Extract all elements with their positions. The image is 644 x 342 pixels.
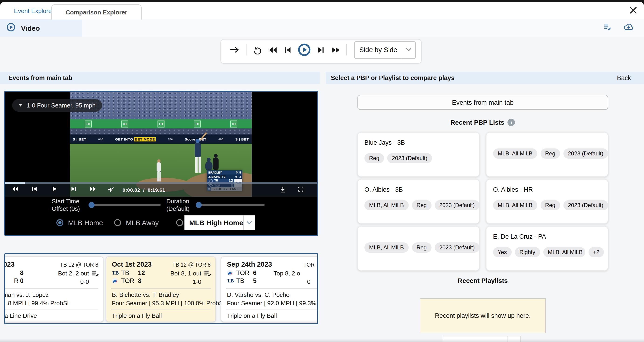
cloud-download-icon[interactable] — [624, 23, 634, 33]
video-progress-bar[interactable] — [5, 182, 317, 184]
previous-frame-icon[interactable] — [284, 46, 291, 53]
pbp-tag: Reg — [412, 242, 431, 253]
pbp-card[interactable]: Blue Jays - 3BReg2023 (Default) — [358, 132, 480, 177]
pbp-tag: +2 — [588, 247, 604, 257]
rewind-icon[interactable] — [268, 46, 278, 53]
pbp-card-title: E. De La Cruz - PA — [493, 233, 546, 240]
feed-radio-label: MLB Home — [68, 219, 103, 227]
feed-radio-custom[interactable] — [176, 219, 183, 226]
jump-forward-icon[interactable] — [230, 46, 240, 53]
pbp-card[interactable]: MLB, All MiLBReg2023 (Default) — [358, 226, 480, 271]
download-icon[interactable] — [280, 186, 286, 193]
event-card[interactable]: Oct 1st 2023TB 12 @ TOR 8TBTB12TOR8Bot 8… — [106, 256, 216, 322]
pbp-tag: MLB, All MiLB — [493, 149, 537, 159]
pbp-tag: MLB, All MiLB — [364, 242, 408, 253]
event-card-count: 1-0 — [192, 278, 201, 285]
pbp-tag: Reg — [540, 149, 560, 159]
team-abbr: R — [14, 277, 20, 284]
feed-radio-mlb-away[interactable]: MLB Away — [114, 219, 159, 227]
tb-logo: TB — [227, 278, 234, 283]
team-score: 8 — [20, 269, 24, 276]
scorebug-batter-count: 0 - 3 — [235, 175, 241, 178]
tor-logo — [112, 278, 118, 284]
list-check-icon — [91, 270, 99, 279]
pbp-card-tags: MLB, All MiLBReg2023 (Default) — [364, 200, 480, 210]
event-card-date: Oct 1st 2023 — [112, 261, 152, 268]
back-button[interactable]: Back — [617, 74, 631, 81]
pbp-tag: 2023 (Default) — [434, 200, 479, 210]
event-card-result: n a Line Drive — [4, 312, 37, 319]
video-previous-icon[interactable] — [32, 186, 37, 192]
event-card-team-row: TOR6 — [227, 269, 234, 276]
event-card-count: 0 — [307, 278, 310, 285]
feed-radios: MLB HomeMLB Away — [56, 214, 159, 232]
list-check-icon — [204, 270, 212, 279]
pbp-card[interactable]: E. De La Cruz - PAYesRightyMLB, All MiLB… — [486, 226, 608, 271]
pbp-card-grid: Blue Jays - 3BReg2023 (Default)MLB, All … — [358, 132, 608, 271]
video-nav-item[interactable]: Video — [0, 19, 82, 37]
tab-comparison-explorer[interactable]: Comparison Explorer — [51, 4, 142, 19]
divider — [4, 289, 98, 289]
pbp-card-tags: MLB, All MiLBReg2023 (Default) — [493, 149, 608, 159]
next-frame-icon[interactable] — [317, 46, 324, 53]
pbp-card[interactable]: O. Albies - 3BMLB, All MiLBReg2023 (Defa… — [358, 179, 480, 224]
tor-logo — [227, 270, 234, 276]
pbp-tag: MLB, All MiLB — [543, 247, 585, 257]
video-next-icon[interactable] — [71, 186, 76, 192]
video-player[interactable]: TDTDTDTDTD S | BETancGET INTOBET MODEanc… — [4, 91, 318, 236]
event-card-pitch: Four Seamer | 92.0 MPH | 99.3% Pr — [227, 300, 318, 307]
video-fast-forward-icon[interactable] — [89, 186, 96, 192]
replay-icon[interactable] — [252, 45, 262, 54]
event-card-game: TB 12 @ TOR 8 — [60, 262, 98, 268]
event-card-matchup: eman vs. J. Lopez — [4, 291, 49, 298]
source-select-button[interactable]: Events from main tab — [358, 95, 608, 110]
event-card-game: TOR — [303, 262, 314, 268]
event-card-count: 0-0 — [80, 278, 89, 285]
mute-icon[interactable] — [108, 186, 115, 193]
pitch-overlay-pill[interactable]: 1-0 Four Seamer, 95 mph — [12, 99, 102, 112]
close-icon[interactable] — [629, 6, 638, 14]
video-progress-fill — [5, 182, 25, 184]
pbp-tag: 2023 (Default) — [434, 242, 479, 253]
pbp-card-tags: Reg2023 (Default) — [364, 153, 432, 163]
info-icon[interactable]: i — [508, 119, 515, 126]
view-mode-select[interactable]: Side by Side — [354, 41, 416, 58]
fast-forward-icon[interactable] — [331, 46, 340, 53]
duration-label: Duration (Default) — [166, 198, 190, 213]
caret-down-icon — [19, 104, 22, 107]
right-section-bar: Select a PBP or Playlist to compare play… — [326, 72, 644, 84]
divider — [226, 289, 318, 289]
duration-slider-thumb[interactable] — [196, 202, 202, 208]
team-abbr: TB — [236, 277, 252, 284]
chevron-down-icon — [243, 215, 255, 230]
feed-dropdown[interactable]: MLB High Home — [184, 215, 255, 230]
video-play-icon[interactable] — [52, 186, 57, 192]
source-select-label: Events from main tab — [452, 99, 514, 106]
pbp-card-tags: MLB, All MiLBReg2023 (Default) — [364, 242, 480, 253]
duration-slider-track[interactable] — [198, 204, 265, 206]
pbp-card[interactable]: O. Albies - HRMLB, All MiLBReg2023 (Defa… — [486, 179, 608, 224]
start-offset-slider-thumb[interactable] — [88, 202, 94, 208]
scorebug-pitcher: BRADLEY — [208, 171, 222, 174]
feed-radio-label: MLB Away — [126, 219, 159, 227]
event-card-matchup: D. Varsho vs. C. Poche — [227, 291, 290, 298]
fullscreen-icon[interactable] — [298, 186, 304, 192]
bottom-fade — [0, 339, 644, 342]
event-card[interactable]: Sep 24th 2023TORTOR6TBTB5Top 8, 2 o0D. V… — [221, 256, 318, 322]
team-abbr: TOR — [236, 269, 252, 276]
toolbar-divider — [246, 44, 246, 55]
team-score: 12 — [138, 269, 145, 276]
feed-radio-mlb-home[interactable]: MLB Home — [56, 219, 103, 227]
divider — [111, 309, 211, 310]
event-card-game: TB 12 @ TOR 8 — [172, 262, 211, 268]
video-rewind-icon[interactable] — [12, 186, 19, 192]
pbp-tag: Yes — [493, 247, 512, 257]
pbp-card[interactable]: MLB, All MiLBReg2023 (Default) — [486, 132, 608, 177]
play-button[interactable] — [298, 43, 311, 56]
event-card-list: 2023TB 12 @ TOR 88R0Bot 2, 2 out0-0eman … — [4, 253, 318, 324]
tab-event-explorer[interactable]: Event Explorer — [14, 7, 54, 14]
start-offset-slider-track[interactable] — [91, 204, 161, 206]
event-card-result: Triple on a Fly Ball — [227, 312, 277, 319]
list-check-icon[interactable] — [604, 23, 612, 32]
event-card[interactable]: 2023TB 12 @ TOR 88R0Bot 2, 2 out0-0eman … — [4, 256, 104, 322]
